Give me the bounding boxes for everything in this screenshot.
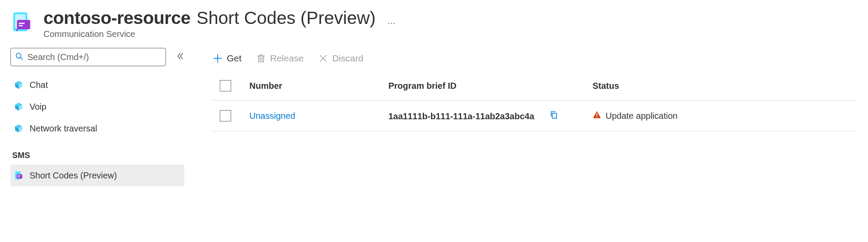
warning-icon: [593, 111, 601, 121]
column-header-program-brief-id[interactable]: Program brief ID: [388, 81, 593, 91]
status-text: Update application: [606, 111, 678, 121]
plus-icon: [213, 54, 222, 63]
program-brief-id-value: 1aa1111b-b111-111a-11ab2a3abc4a: [388, 111, 534, 121]
number-link[interactable]: Unassigned: [249, 111, 295, 121]
short-codes-icon: [14, 171, 23, 180]
page-title: Short Codes (Preview): [196, 8, 375, 28]
search-input[interactable]: [27, 52, 161, 62]
sidebar-item-network-traversal[interactable]: Network traversal: [10, 118, 184, 139]
sidebar-item-voip[interactable]: Voip: [10, 96, 184, 118]
get-label: Get: [227, 53, 242, 64]
sidebar-item-label: Network traversal: [30, 124, 97, 134]
svg-rect-3: [19, 23, 25, 24]
svg-rect-22: [596, 116, 597, 117]
cube-icon: [14, 102, 23, 111]
svg-rect-20: [553, 113, 557, 118]
sidebar-item-chat[interactable]: Chat: [10, 74, 184, 96]
svg-rect-10: [17, 177, 20, 177]
select-all-checkbox[interactable]: [220, 80, 231, 91]
collapse-sidebar-icon[interactable]: [176, 52, 184, 62]
svg-rect-13: [258, 56, 263, 62]
row-checkbox[interactable]: [220, 110, 231, 121]
resource-name: contoso-resource: [43, 8, 190, 28]
service-type-label: Communication Service: [43, 29, 401, 39]
search-box[interactable]: [10, 48, 166, 66]
svg-rect-4: [19, 25, 23, 27]
release-button: Release: [256, 53, 304, 64]
release-label: Release: [270, 53, 304, 64]
svg-point-5: [16, 53, 21, 58]
resource-icon: [10, 10, 33, 33]
column-header-status[interactable]: Status: [593, 81, 723, 91]
svg-rect-21: [596, 113, 597, 116]
close-icon: [318, 54, 328, 63]
discard-button: Discard: [318, 53, 363, 64]
get-button[interactable]: Get: [213, 53, 242, 64]
trash-icon: [256, 54, 266, 63]
svg-line-6: [20, 57, 23, 60]
svg-rect-8: [17, 174, 22, 178]
sidebar-section-sms: SMS: [10, 151, 184, 160]
sidebar-item-short-codes[interactable]: Short Codes (Preview): [10, 165, 184, 186]
sidebar-item-label: Short Codes (Preview): [30, 171, 117, 181]
table-row[interactable]: Unassigned 1aa1111b-b111-111a-11ab2a3abc…: [210, 101, 858, 131]
cube-icon: [14, 80, 23, 90]
table-header-row: Number Program brief ID Status: [210, 80, 858, 101]
cube-icon: [14, 124, 23, 133]
discard-label: Discard: [332, 53, 363, 64]
sidebar-item-label: Chat: [30, 80, 48, 90]
copy-icon[interactable]: [550, 111, 558, 121]
svg-rect-9: [17, 175, 20, 176]
sidebar-item-label: Voip: [30, 102, 46, 112]
search-icon: [15, 52, 23, 62]
svg-rect-2: [17, 20, 30, 30]
more-button[interactable]: …: [382, 17, 401, 25]
column-header-number[interactable]: Number: [249, 81, 388, 91]
